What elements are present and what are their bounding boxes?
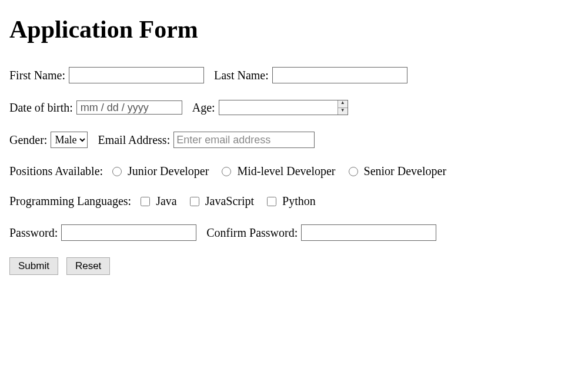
first-name-label: First Name:: [9, 69, 65, 82]
password-input[interactable]: [61, 224, 196, 241]
age-label: Age:: [192, 101, 215, 115]
confirm-password-input[interactable]: [301, 224, 436, 241]
page-title: Application Form: [9, 15, 579, 43]
lang-python-label: Python: [282, 194, 316, 208]
lang-javascript-label: JavaScript: [205, 194, 254, 208]
lang-java-label: Java: [156, 194, 177, 208]
position-junior-label: Junior Developer: [128, 164, 209, 178]
password-label: Password:: [9, 226, 58, 240]
last-name-input[interactable]: [272, 67, 407, 83]
dob-input[interactable]: mm / dd / yyyy: [76, 100, 182, 115]
dob-label: Date of birth:: [9, 101, 73, 115]
lang-python-checkbox[interactable]: [267, 197, 276, 206]
email-input[interactable]: [173, 132, 315, 148]
gender-select[interactable]: Male: [51, 132, 88, 148]
age-input[interactable]: ▲ ▼: [219, 100, 348, 115]
position-mid-label: Mid-level Developer: [237, 164, 335, 178]
submit-button[interactable]: Submit: [9, 257, 58, 275]
first-name-input[interactable]: [69, 67, 204, 83]
positions-label: Positions Available:: [9, 164, 103, 178]
confirm-password-label: Confirm Password:: [206, 226, 298, 240]
languages-label: Programming Languages:: [9, 194, 131, 208]
gender-label: Gender:: [9, 133, 47, 147]
position-senior-label: Senior Developer: [364, 164, 447, 178]
position-mid-radio[interactable]: [222, 167, 231, 176]
lang-javascript-checkbox[interactable]: [190, 197, 199, 206]
reset-button[interactable]: Reset: [66, 257, 110, 275]
position-junior-radio[interactable]: [112, 167, 122, 176]
last-name-label: Last Name:: [214, 69, 269, 82]
position-senior-radio[interactable]: [349, 167, 358, 176]
lang-java-checkbox[interactable]: [141, 197, 150, 206]
number-spinner[interactable]: ▲ ▼: [338, 100, 348, 115]
email-label: Email Address:: [98, 133, 170, 147]
spinner-down-icon[interactable]: ▼: [338, 108, 348, 115]
spinner-up-icon[interactable]: ▲: [338, 100, 348, 108]
